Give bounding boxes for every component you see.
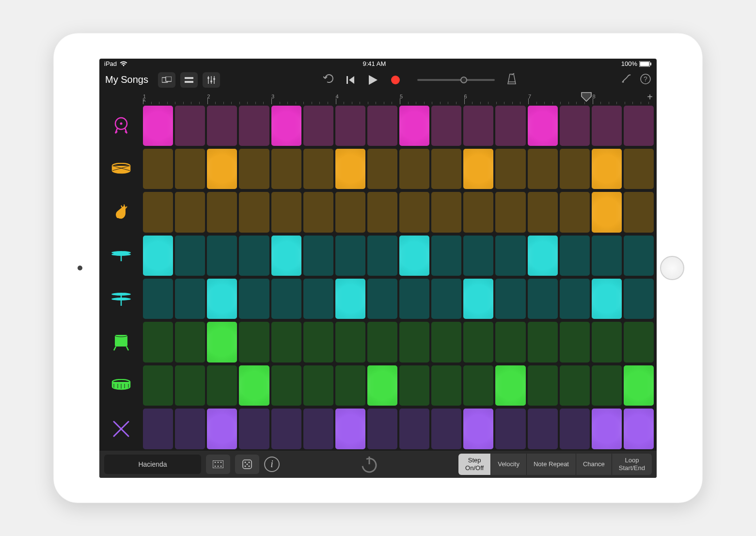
step-cell[interactable] [143,149,173,189]
step-cell[interactable] [303,149,333,189]
step-cell[interactable] [431,322,461,362]
step-cell[interactable] [335,322,365,362]
step-cell[interactable] [592,236,622,276]
step-cell[interactable] [592,149,622,189]
step-cell[interactable] [335,106,365,146]
step-cell[interactable] [175,192,205,232]
step-cell[interactable] [399,409,429,449]
step-cell[interactable] [463,149,493,189]
add-bars-button[interactable]: + [647,92,653,103]
step-cell[interactable] [239,279,269,319]
undo-button[interactable] [323,74,335,86]
hihat-open-icon[interactable] [99,277,143,320]
power-button[interactable] [360,455,379,474]
step-cell[interactable] [367,409,397,449]
step-cell[interactable] [399,322,429,362]
step-cell[interactable] [431,192,461,232]
step-cell[interactable] [463,322,493,362]
step-cell[interactable] [303,365,333,406]
step-cell[interactable] [367,236,397,276]
step-cell[interactable] [175,236,205,276]
step-cell[interactable] [143,322,173,362]
step-cell[interactable] [592,279,622,319]
step-cell[interactable] [335,279,365,319]
step-cell[interactable] [271,409,301,449]
info-button[interactable]: i [264,457,280,472]
step-cell[interactable] [624,365,654,406]
step-cell[interactable] [495,149,525,189]
step-cell[interactable] [207,192,237,232]
step-cell[interactable] [592,192,622,232]
step-cell[interactable] [624,149,654,189]
step-cell[interactable] [528,149,558,189]
random-button[interactable] [235,455,259,474]
mode-chance[interactable]: Chance [576,454,612,475]
go-to-start-button[interactable] [346,76,355,84]
step-cell[interactable] [528,236,558,276]
step-cell[interactable] [624,192,654,232]
timeline-ruler[interactable]: 1A2345678 + [99,91,657,104]
step-cell[interactable] [624,236,654,276]
step-cell[interactable] [592,409,622,449]
step-cell[interactable] [431,279,461,319]
step-cell[interactable] [495,409,525,449]
step-cell[interactable] [624,106,654,146]
step-cell[interactable] [335,409,365,449]
step-cell[interactable] [367,106,397,146]
step-cell[interactable] [303,322,333,362]
step-cell[interactable] [495,322,525,362]
step-cell[interactable] [143,409,173,449]
step-cell[interactable] [463,106,493,146]
step-cell[interactable] [399,149,429,189]
step-cell[interactable] [143,279,173,319]
step-cell[interactable] [271,192,301,232]
clap-icon[interactable] [99,190,143,234]
step-cell[interactable] [560,106,590,146]
step-cell[interactable] [431,149,461,189]
step-cell[interactable] [335,192,365,232]
step-cell[interactable] [239,236,269,276]
step-cell[interactable] [463,236,493,276]
step-cell[interactable] [143,106,173,146]
step-cell[interactable] [560,365,590,406]
step-cell[interactable] [367,279,397,319]
step-cell[interactable] [463,279,493,319]
mode-note-repeat[interactable]: Note Repeat [527,454,576,475]
step-cell[interactable] [175,409,205,449]
step-cell[interactable] [239,192,269,232]
kick-icon[interactable] [99,104,143,147]
step-cell[interactable] [528,409,558,449]
metronome-button[interactable] [506,73,517,87]
back-to-songs[interactable]: My Songs [105,74,148,85]
step-cell[interactable] [175,365,205,406]
playhead-marker[interactable] [581,92,592,102]
step-cell[interactable] [175,149,205,189]
step-cell[interactable] [399,192,429,232]
snare2-icon[interactable] [99,364,143,407]
step-cell[interactable] [143,192,173,232]
step-cell[interactable] [271,149,301,189]
step-cell[interactable] [624,322,654,362]
step-cell[interactable] [495,365,525,406]
settings-button[interactable] [621,74,631,86]
tom-icon[interactable] [99,320,143,363]
step-cell[interactable] [335,365,365,406]
view-toggle-button[interactable] [180,72,198,88]
step-cell[interactable] [560,409,590,449]
step-cell[interactable] [592,365,622,406]
step-cell[interactable] [303,192,333,232]
step-cell[interactable] [207,236,237,276]
step-cell[interactable] [239,365,269,406]
step-cell[interactable] [399,106,429,146]
step-cell[interactable] [271,279,301,319]
step-cell[interactable] [207,409,237,449]
step-cell[interactable] [560,322,590,362]
step-cell[interactable] [271,106,301,146]
step-cell[interactable] [463,192,493,232]
step-cell[interactable] [560,149,590,189]
record-button[interactable] [391,76,400,84]
mode-step-on-off[interactable]: Step On/Off [458,454,491,475]
step-cell[interactable] [303,236,333,276]
step-cell[interactable] [399,236,429,276]
help-button[interactable]: ? [640,74,651,86]
